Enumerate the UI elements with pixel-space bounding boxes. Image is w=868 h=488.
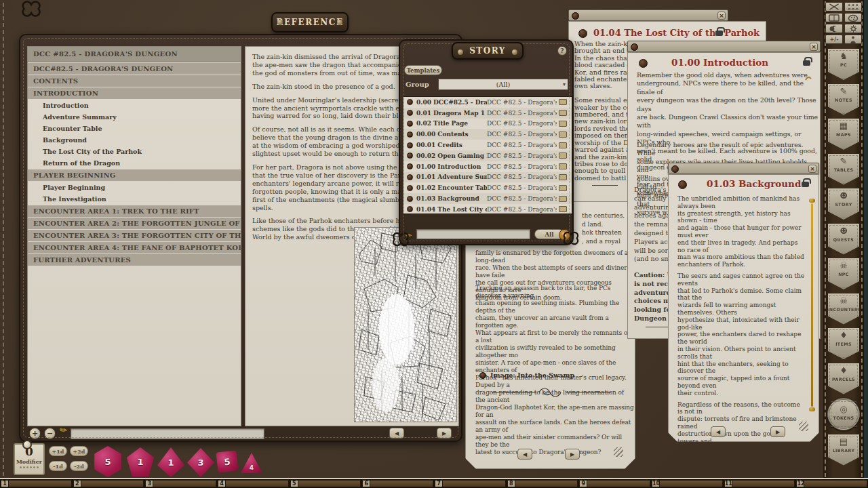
window-knob-icon[interactable] <box>572 12 579 20</box>
background-prev-button[interactable]: ◀ <box>711 426 726 437</box>
toc-entry[interactable]: Encounter Table <box>28 123 241 134</box>
story-link-knob-icon[interactable] <box>678 180 687 189</box>
close-icon[interactable]: × <box>810 43 818 51</box>
resize-grip[interactable] <box>614 447 623 457</box>
window-knob-icon[interactable] <box>671 165 679 173</box>
toc-entry[interactable]: ENCOUNTER AREA 4: THE FANE OF BAPHOTET K… <box>28 242 241 253</box>
image-link[interactable]: Image: Into the Swamp <box>490 371 574 379</box>
d8-die[interactable]: 3 <box>187 448 214 477</box>
entry-knob-icon[interactable] <box>407 121 413 127</box>
sidebar-banner[interactable]: ♞ PC <box>828 49 859 80</box>
d20-die[interactable]: 5 <box>92 446 123 477</box>
story-title-plaque[interactable]: STORY <box>452 42 524 60</box>
module-book-icon[interactable] <box>559 206 567 212</box>
toc-entry[interactable]: The Lost City of the Parhok <box>28 146 241 157</box>
story-list-row[interactable]: 01.03 Background DCC #82.5 - Dragora's D… <box>403 193 572 204</box>
story-list-row[interactable]: 01.02 Encounter Table DCC #82.5 - Dragor… <box>403 182 572 193</box>
d4-die[interactable]: 4 <box>241 453 262 473</box>
hotkey-slot[interactable]: 4 <box>218 480 289 487</box>
toc-entry[interactable]: DCC#82.5 - DRAGORA'S DUNGEON <box>28 63 241 75</box>
hotkey-slot[interactable]: 9 <box>579 480 650 487</box>
toc-entry[interactable]: Background <box>28 134 241 146</box>
entry-knob-icon[interactable] <box>407 152 413 159</box>
sidebar-banner[interactable]: ◎ TOKENS <box>827 398 860 430</box>
toc-entry[interactable]: ENCOUNTER AREA 1: TREK TO THE RIFT <box>28 205 241 217</box>
hotkey-slot[interactable]: 5 <box>290 480 361 487</box>
module-book-icon[interactable] <box>559 152 567 159</box>
module-book-icon[interactable] <box>559 196 567 202</box>
hotkey-slot[interactable]: 12 <box>796 480 867 487</box>
toc-entry[interactable]: Player Beginning <box>28 182 241 193</box>
hotkey-slot[interactable]: 8 <box>507 480 578 487</box>
templates-button[interactable]: Templates <box>404 65 442 75</box>
hotkey-slot[interactable]: 7 <box>435 480 506 487</box>
close-icon[interactable]: × <box>717 12 726 20</box>
entry-knob-icon[interactable] <box>407 196 413 202</box>
group-dropdown[interactable]: (All) ▾ <box>438 79 568 90</box>
resize-grip[interactable] <box>799 422 808 431</box>
hotkey-slot[interactable]: 2 <box>73 480 144 487</box>
sidebar-banner[interactable]: ♦ PARCELS <box>828 363 859 394</box>
zoom-out-button[interactable]: − <box>44 428 56 439</box>
entry-knob-icon[interactable] <box>407 163 413 169</box>
reference-title-plaque[interactable]: REFERENCE <box>271 12 349 33</box>
entry-knob-icon[interactable] <box>407 142 413 148</box>
d10-die[interactable]: 1 <box>157 447 184 477</box>
minus-1d-button[interactable]: -1d <box>49 461 67 471</box>
module-book-icon[interactable] <box>559 142 567 148</box>
story-list-row[interactable]: 01.04 The Lost City of the Parhok DCC #8… <box>403 204 572 214</box>
module-book-icon[interactable] <box>559 131 567 138</box>
zoom-in-button[interactable]: + <box>29 428 41 439</box>
entry-knob-icon[interactable] <box>407 131 413 138</box>
module-book-icon[interactable] <box>559 121 567 127</box>
module-book-icon[interactable] <box>559 163 567 169</box>
toc-entry[interactable]: ENCOUNTER AREA 3: THE FORGOTTEN CITY OF … <box>28 230 241 241</box>
d12-die[interactable]: 1 <box>126 447 155 476</box>
page-next-button[interactable]: ▶ <box>437 428 452 439</box>
sidebar-banner[interactable]: ☠ ENCOUNTERS <box>828 293 859 325</box>
story-list-row[interactable]: 0.00 DCC#82.5 - Dragora's Dungeon DCC #8… <box>403 97 572 108</box>
module-book-icon[interactable] <box>559 185 567 191</box>
plus-1d-button[interactable]: +1d <box>49 446 67 456</box>
sidebar-banner[interactable]: ✎ TABLES <box>828 154 859 185</box>
toc-entry[interactable]: ENCOUNTER AREA 2: THE FORGOTTEN JUNGLE O… <box>28 218 241 229</box>
scrollbar[interactable] <box>811 203 813 407</box>
entry-knob-icon[interactable] <box>407 174 413 180</box>
sidebar-banner[interactable]: ♦ ITEMS <box>828 328 859 359</box>
background-titlebar[interactable]: × <box>668 163 819 174</box>
lighting-toggle-icon[interactable] <box>22 440 32 449</box>
lost-city-titlebar[interactable]: × <box>568 9 728 21</box>
toc-entry[interactable]: CONTENTS <box>28 75 241 87</box>
hotkey-slot[interactable]: 11 <box>724 480 795 487</box>
sidebar-banner[interactable]: ☠ NPC <box>828 258 859 289</box>
toc-entry[interactable]: Introduction <box>28 100 241 111</box>
summary-next-button[interactable]: ▶ <box>565 449 580 460</box>
toc-entry[interactable]: Return of the Dragon <box>28 157 241 169</box>
sidebar-banner[interactable]: ☻ QUESTS <box>828 224 859 255</box>
sidebar-banner[interactable]: ▤ LIBRARY <box>828 434 859 466</box>
story-link-knob-icon[interactable] <box>639 59 648 68</box>
module-book-icon[interactable] <box>559 110 567 116</box>
introduction-titlebar[interactable]: × <box>627 41 821 52</box>
plus-2d-button[interactable]: +2d <box>70 446 88 456</box>
sidebar-banner[interactable]: ▦ MAPS <box>828 119 859 150</box>
summary-prev-button[interactable]: ◀ <box>517 449 532 460</box>
image-link-knob-icon[interactable] <box>479 372 486 379</box>
hotkey-slot[interactable]: 10 <box>652 480 723 487</box>
close-icon[interactable]: × <box>808 165 816 173</box>
party-info-icon[interactable] <box>844 2 862 12</box>
story-link-knob-icon[interactable] <box>578 29 587 38</box>
toc-entry[interactable]: FURTHER ADVENTURES <box>28 254 241 266</box>
toc-entry[interactable]: The Investigation <box>28 193 241 205</box>
help-icon[interactable]: ? <box>557 46 567 56</box>
hotkey-slot[interactable]: 3 <box>145 480 216 487</box>
day-night-icon[interactable] <box>825 24 843 33</box>
reference-search-input[interactable] <box>71 428 264 439</box>
toc-selected-title[interactable]: DCC #82.5 - DRAGORA'S DUNGEON <box>28 47 241 62</box>
d6-die[interactable]: 5 <box>216 451 239 473</box>
module-book-icon[interactable] <box>559 174 567 180</box>
window-knob-icon[interactable] <box>631 43 638 51</box>
story-search-input[interactable] <box>416 229 530 239</box>
lock-icon[interactable] <box>802 182 809 187</box>
module-book-icon[interactable] <box>559 99 567 105</box>
